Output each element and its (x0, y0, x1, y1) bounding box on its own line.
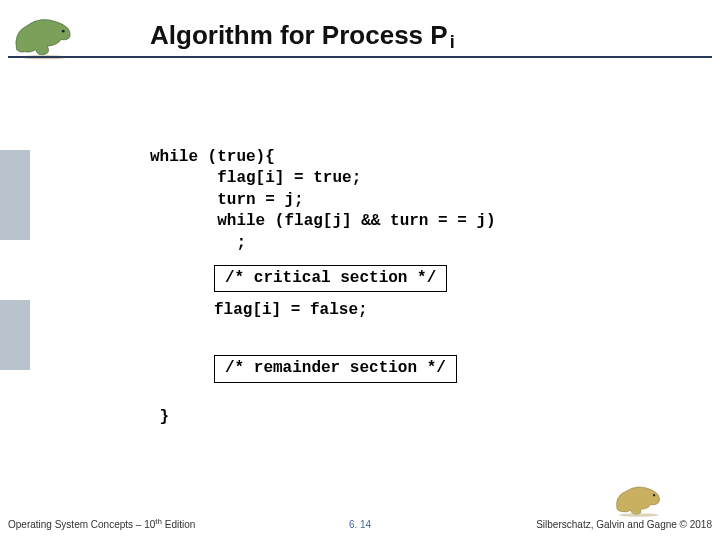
svg-point-0 (62, 30, 65, 33)
code-line: turn = j; (150, 191, 304, 209)
title-main: Algorithm for Process P (150, 20, 448, 51)
footer-super: th (155, 517, 162, 526)
side-accent-bars (0, 150, 30, 430)
code-line: flag[i] = true; (150, 169, 361, 187)
footer-text: Edition (162, 519, 195, 530)
side-bar (0, 150, 30, 240)
code-line: flag[i] = false; (214, 300, 496, 322)
side-bar (0, 300, 30, 370)
code-line: } (150, 408, 169, 426)
title-subscript: i (450, 32, 455, 53)
code-block: while (true){ flag[i] = true; turn = j; … (150, 125, 496, 428)
code-line: ; (150, 234, 246, 252)
slide-footer: Operating System Concepts – 10th Edition… (0, 508, 720, 532)
svg-point-2 (653, 494, 655, 496)
header-rule (8, 56, 712, 58)
critical-section-box: /* critical section */ (214, 265, 447, 293)
footer-copyright: Silberschatz, Galvin and Gagne © 2018 (536, 519, 712, 530)
dinosaur-icon (8, 12, 80, 60)
slide-number: 6. 14 (349, 519, 371, 530)
footer-left: Operating System Concepts – 10th Edition (8, 517, 195, 530)
slide-title: Algorithm for Process Pi (150, 20, 455, 51)
code-line: while (true){ (150, 148, 275, 166)
footer-text: Operating System Concepts – 10 (8, 519, 155, 530)
code-line: while (flag[j] && turn = = j) (150, 212, 496, 230)
remainder-section-box: /* remainder section */ (214, 355, 457, 383)
